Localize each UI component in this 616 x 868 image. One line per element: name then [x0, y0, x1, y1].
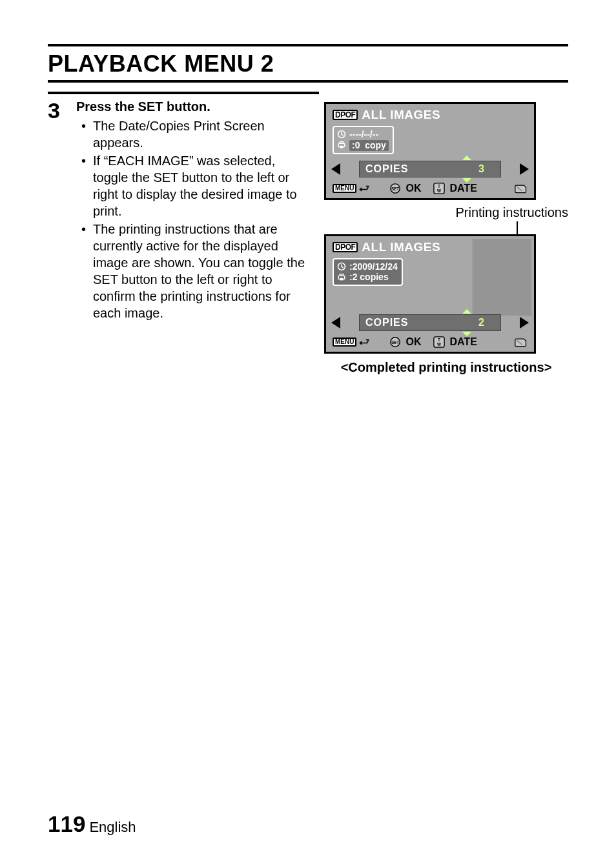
svg-text:SET: SET: [391, 186, 399, 190]
step: 3 Press the SET button. The Date/Copies …: [48, 98, 313, 323]
copies-strip: COPIES 3: [359, 161, 501, 177]
clock-icon: [336, 262, 347, 271]
illustration-column: DPOF ALL IMAGES ----/--/--: [324, 98, 568, 375]
date-value: :2009/12/24: [349, 261, 398, 272]
set-icon: SET: [389, 183, 402, 194]
zoom-tw-icon: TW: [433, 336, 446, 348]
print-icon: [336, 273, 347, 282]
list-item: The printing instructions that are curre…: [81, 221, 313, 321]
date-label: DATE: [449, 183, 477, 194]
right-arrow-icon: [520, 317, 529, 328]
screen-footer: MENU ⮐ SET OK TW DATE: [333, 336, 528, 348]
print-icon: [336, 141, 347, 150]
memory-card-icon: [515, 183, 528, 194]
return-icon: ⮐: [359, 336, 369, 348]
set-icon: SET: [389, 336, 402, 348]
ok-label: OK: [406, 183, 421, 194]
svg-text:T: T: [438, 184, 441, 188]
clock-icon: [336, 130, 347, 139]
instruction-column: 3 Press the SET button. The Date/Copies …: [48, 98, 324, 323]
step-heading: Press the SET button.: [76, 98, 313, 115]
left-arrow-icon: [331, 163, 340, 175]
step-number: 3: [48, 98, 76, 121]
screen-title: ALL IMAGES: [362, 108, 440, 122]
list-item: If “EACH IMAGE” was selected, toggle the…: [81, 152, 313, 219]
ok-label: OK: [406, 336, 421, 348]
date-value: ----/--/--: [349, 129, 378, 140]
copies-control: COPIES 3: [330, 161, 530, 177]
date-label: DATE: [449, 336, 477, 348]
screen-title: ALL IMAGES: [362, 240, 440, 254]
page-number: 119: [48, 811, 85, 836]
annotation-leader: [517, 221, 518, 234]
page-language: English: [89, 819, 136, 835]
camera-screen-2: DPOF ALL IMAGES :2009/12/24: [324, 234, 536, 354]
memory-card-icon: [515, 336, 528, 348]
rule: [48, 92, 319, 94]
page-title: PLAYBACK MENU 2: [48, 50, 568, 77]
manual-page: PLAYBACK MENU 2 3 Press the SET button. …: [0, 0, 616, 868]
svg-text:W: W: [437, 342, 441, 347]
print-info-box: :2009/12/24 :2 copies: [333, 258, 403, 287]
step-body: Press the SET button. The Date/Copies Pr…: [76, 98, 313, 323]
rule: [48, 80, 568, 83]
list-item: The Date/Copies Print Screen appears.: [81, 117, 313, 151]
copies-label: COPIES: [365, 317, 469, 328]
copies-control: COPIES 2: [330, 314, 530, 331]
svg-rect-2: [340, 142, 343, 144]
dpof-badge: DPOF: [333, 242, 358, 252]
menu-badge: MENU: [333, 338, 356, 347]
screen-header: DPOF ALL IMAGES: [333, 240, 528, 254]
zoom-tw-icon: TW: [433, 183, 446, 194]
svg-rect-12: [340, 278, 343, 281]
caption-completed: <Completed printing instructions>: [324, 360, 568, 375]
svg-text:SET: SET: [391, 340, 399, 345]
svg-text:W: W: [437, 188, 441, 193]
dpof-badge: DPOF: [333, 110, 358, 120]
copies-value: :2 copies: [349, 272, 389, 283]
copies-value: :0 copy: [349, 140, 389, 151]
left-arrow-icon: [331, 317, 340, 328]
rule: [48, 44, 568, 46]
svg-rect-11: [340, 274, 343, 276]
camera-screen-1: DPOF ALL IMAGES ----/--/--: [324, 102, 536, 200]
copies-label: COPIES: [365, 163, 469, 175]
print-info-box: ----/--/-- :0 copy: [333, 126, 394, 154]
svg-text:T: T: [438, 338, 441, 342]
page-footer: 119English: [48, 811, 136, 837]
screen-footer: MENU ⮐ SET OK TW DATE: [333, 183, 528, 194]
copies-selected-value: 3: [469, 163, 495, 175]
copies-selected-value: 2: [469, 317, 495, 328]
two-column-layout: 3 Press the SET button. The Date/Copies …: [48, 98, 568, 375]
screen-header: DPOF ALL IMAGES: [333, 108, 528, 122]
copies-strip: COPIES 2: [359, 314, 501, 331]
svg-rect-3: [340, 146, 343, 148]
return-icon: ⮐: [359, 183, 369, 194]
right-arrow-icon: [520, 163, 529, 175]
annotation-label: Printing instructions: [324, 205, 568, 220]
menu-badge: MENU: [333, 184, 356, 193]
bullet-list: The Date/Copies Print Screen appears. If…: [76, 117, 313, 321]
